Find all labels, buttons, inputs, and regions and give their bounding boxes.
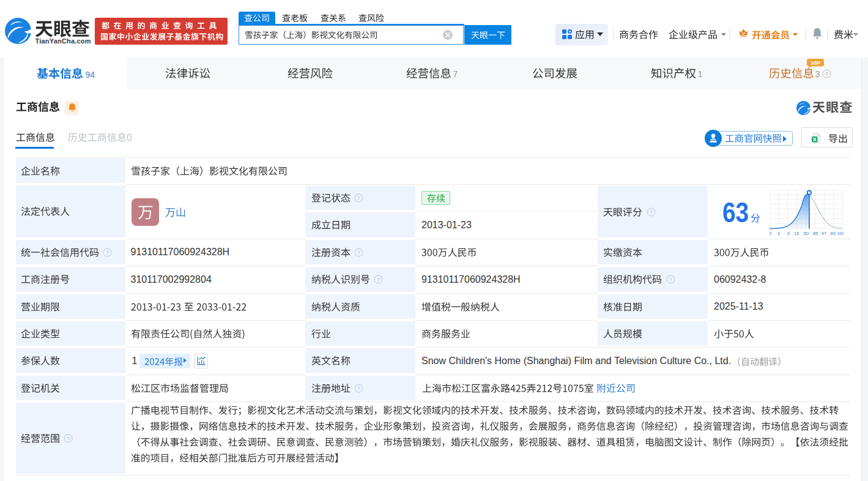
svg-text:15: 15: [794, 231, 799, 236]
svg-text:0: 0: [770, 231, 772, 236]
svg-text:?: ?: [357, 195, 360, 201]
svg-text:?: ?: [357, 385, 360, 391]
svg-text:?: ?: [67, 435, 70, 441]
svg-text:99: 99: [830, 231, 836, 236]
svg-text:VIP: VIP: [811, 59, 820, 66]
svg-text:?: ?: [650, 209, 653, 215]
svg-text:?: ?: [357, 249, 360, 255]
svg-text:?: ?: [377, 277, 380, 283]
svg-text:50: 50: [803, 231, 809, 236]
svg-text:1: 1: [777, 231, 780, 236]
svg-text:100: 100: [837, 231, 844, 236]
svg-text:85: 85: [813, 231, 818, 236]
svg-text:3: 3: [787, 231, 789, 236]
svg-text:?: ?: [825, 71, 828, 77]
svg-text:97: 97: [821, 231, 826, 236]
svg-text:?: ?: [669, 277, 672, 283]
svg-text:?: ?: [106, 249, 109, 255]
